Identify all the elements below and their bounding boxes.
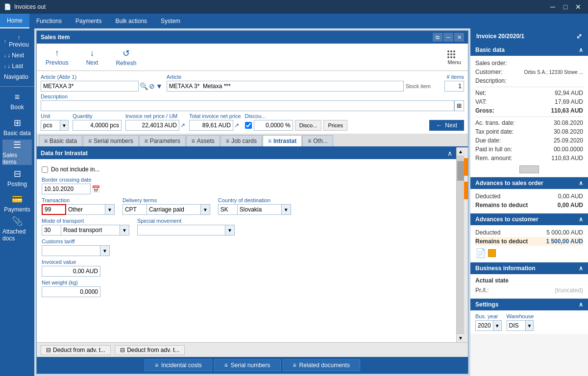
serial-numbers-footer-button[interactable]: ≡ Serial numbers <box>214 359 281 371</box>
scroll-down-button[interactable]: ▼ <box>457 333 464 342</box>
toolbar-next-button[interactable]: ↓ Next <box>82 46 102 68</box>
article-abbr-input[interactable] <box>41 81 139 92</box>
intrastat-collapse-button[interactable]: ∧ <box>447 149 452 157</box>
nav-next[interactable]: ↓↓ Next <box>0 50 34 61</box>
nav-previous[interactable]: ↑↑ Previou <box>0 32 34 50</box>
nav-last[interactable]: ↓↓ Last <box>0 61 34 71</box>
tab-basic-data[interactable]: ≡ Basic data <box>39 135 82 146</box>
country-code-input[interactable] <box>218 204 238 215</box>
discount-checkbox[interactable] <box>245 122 252 129</box>
window-minimize-button[interactable]: ─ <box>443 33 453 42</box>
quantity-row: Unit ▼ Quantity Invoice net price / UM <box>41 113 464 131</box>
do-not-include-checkbox[interactable] <box>42 166 48 173</box>
customs-tariff-dropdown-icon[interactable]: ▼ <box>100 245 110 256</box>
menu-functions[interactable]: Functions <box>29 14 69 28</box>
business-info-header[interactable]: Business information ∧ <box>470 262 588 274</box>
document-icon[interactable]: 📄 <box>475 248 486 258</box>
special-movement-input[interactable] <box>137 225 225 235</box>
deduct-icon-1: ⊟ <box>46 347 51 353</box>
discount-input[interactable] <box>254 120 293 131</box>
menu-home[interactable]: Home <box>0 14 29 28</box>
country-name-input[interactable] <box>238 204 282 215</box>
sidebar-item-basic-data[interactable]: ⊞ Basic data <box>2 114 32 140</box>
filter-icon[interactable]: ⊘ <box>149 82 155 90</box>
arrow-icon[interactable]: ▼ <box>156 82 163 90</box>
orange-indicator-top <box>464 158 468 176</box>
panel-expand-icon[interactable]: ⤢ <box>576 32 582 40</box>
net-price-input[interactable] <box>125 120 179 131</box>
less-button[interactable]: ← Next <box>429 120 464 131</box>
tab-assets[interactable]: ≡ Assets <box>186 135 220 146</box>
incidental-costs-button[interactable]: ≡ Incidental costs <box>145 359 212 371</box>
advances-customer-collapse-icon: ∧ <box>579 216 583 223</box>
net-price-icon[interactable]: ↗ <box>180 122 185 129</box>
delivery-terms-input[interactable] <box>122 204 147 215</box>
window-restore-button[interactable]: ⧉ <box>433 33 442 42</box>
scroll-thumb[interactable] <box>457 161 464 181</box>
sidebar-item-attached-docs[interactable]: 📎 Attached docs <box>2 216 32 241</box>
advances-customer-header[interactable]: Advances to customer ∧ <box>470 213 588 225</box>
menu-bulk-actions[interactable]: Bulk actions <box>108 14 154 28</box>
basic-data-section-header[interactable]: Basic data ∧ <box>470 44 588 56</box>
disco-button[interactable]: Disco... <box>295 120 322 131</box>
article-input[interactable] <box>167 81 404 92</box>
unit-input[interactable] <box>41 120 60 131</box>
minimize-button[interactable]: ─ <box>547 2 559 12</box>
tab-parameters[interactable]: ≡ Parameters <box>139 135 186 146</box>
sidebar-item-payments[interactable]: 💳 Payments <box>2 190 32 216</box>
customs-tariff-field: Customs tariff ▼ <box>42 238 110 256</box>
unit-dropdown-icon[interactable]: ▼ <box>60 120 69 131</box>
transaction-input[interactable] <box>42 204 66 215</box>
tab-intrastat[interactable]: ≡ Intrastat <box>263 135 302 146</box>
warning-icon[interactable] <box>488 249 496 257</box>
menu-system[interactable]: System <box>154 14 187 28</box>
unit-field: Unit ▼ <box>41 113 69 131</box>
total-price-icon[interactable]: ↗ <box>234 122 239 129</box>
window-close-button[interactable]: ✕ <box>454 33 464 42</box>
search-icon[interactable]: 🔍 <box>140 82 148 90</box>
tab-serial-numbers[interactable]: ≡ Serial numbers <box>83 135 139 146</box>
items-count-input[interactable] <box>444 81 464 92</box>
description-expand-icon[interactable]: ⊞ <box>454 100 464 111</box>
intrastat-tab-icon: ≡ <box>268 138 271 144</box>
delivery-terms-text-input[interactable] <box>147 204 201 215</box>
quantity-input[interactable] <box>73 120 122 131</box>
sidebar-item-book[interactable]: ≡ Book <box>2 89 32 114</box>
tab-other[interactable]: ≡ Oth... <box>302 135 333 146</box>
transaction-dropdown-icon[interactable]: ▼ <box>105 204 115 215</box>
nav-navigation[interactable]: Navigatio <box>0 71 34 82</box>
calendar-icon[interactable]: 📅 <box>92 185 100 193</box>
description-input[interactable] <box>41 100 454 111</box>
transport-text-input[interactable] <box>61 225 120 235</box>
bus-year-dropdown-button[interactable]: ▼ <box>493 321 501 330</box>
scroll-up-button[interactable]: ▲ <box>457 147 464 156</box>
total-price-input[interactable] <box>189 120 233 131</box>
deduct-btn-2[interactable]: ⊟ Deduct from adv. t... <box>115 345 185 355</box>
customs-tariff-input[interactable] <box>42 245 100 256</box>
settings-header[interactable]: Settings ∧ <box>470 299 588 310</box>
transport-code-input[interactable] <box>42 225 61 235</box>
country-dropdown-icon[interactable]: ▼ <box>282 204 291 215</box>
invoiced-value-input[interactable] <box>42 266 100 277</box>
close-button[interactable]: ✕ <box>572 2 584 12</box>
menu-button[interactable]: Menu <box>445 48 463 67</box>
toolbar-refresh-button[interactable]: ↺ Refresh <box>112 46 140 69</box>
sidebar-item-sales-items[interactable]: ☰ Sales items <box>2 140 32 165</box>
maximize-button[interactable]: □ <box>560 2 571 12</box>
sidebar-item-posting[interactable]: ⊟ Posting <box>2 165 32 190</box>
advances-sales-header[interactable]: Advances to sales order ∧ <box>470 177 588 189</box>
delivery-terms-dropdown-icon[interactable]: ▼ <box>201 204 210 215</box>
transport-dropdown-icon[interactable]: ▼ <box>120 225 129 235</box>
menu-payments[interactable]: Payments <box>69 14 108 28</box>
prices-button[interactable]: Prices <box>323 120 347 131</box>
warehouse-dropdown-button[interactable]: ▼ <box>525 321 534 330</box>
right-panel-header: Invoice 20/2020/1 ⤢ <box>470 28 588 44</box>
toolbar-previous-button[interactable]: ↑ Previous <box>42 46 73 68</box>
tab-job-cards[interactable]: ≡ Job cards <box>220 135 262 146</box>
special-movement-dropdown-icon[interactable]: ▼ <box>225 225 235 235</box>
deduct-btn-1[interactable]: ⊟ Deduct from adv. t... <box>41 345 111 355</box>
net-weight-input[interactable] <box>42 286 100 297</box>
border-crossing-input[interactable] <box>42 184 91 194</box>
related-documents-button[interactable]: ≡ Related documents <box>283 359 360 371</box>
transaction-type-input[interactable] <box>66 204 105 215</box>
